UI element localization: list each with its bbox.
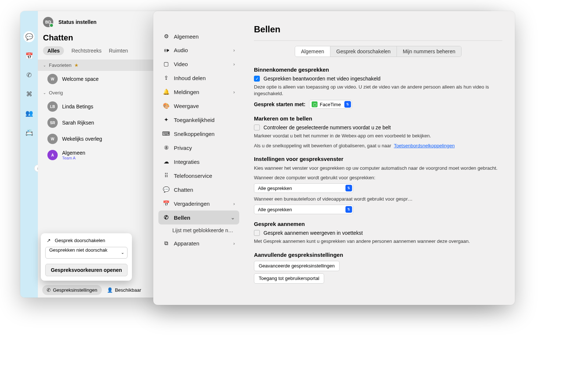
settings-nav-audio[interactable]: 🕪Audio› — [158, 43, 239, 57]
chat-item-label: Sarah Rijksen — [62, 120, 94, 126]
forward-select[interactable]: Gesprekken niet doorschak ⌄ — [45, 247, 128, 259]
phone-settings-icon: ✆ — [47, 287, 51, 293]
chevron-right-icon: › — [233, 61, 235, 67]
chat-item-sarah[interactable]: SR Sarah Rijksen — [38, 115, 153, 131]
availability-button[interactable]: 👤 Beschikbaar — [107, 287, 141, 293]
settings-nav-share[interactable]: ⇪Inhoud delen — [158, 71, 239, 85]
settings-nav-appearance[interactable]: 🎨Weergave — [158, 99, 239, 113]
settings-nav-blocked-list[interactable]: Lijst met geblokkeerde num… — [158, 224, 239, 236]
settings-nav-label: Privacy — [174, 145, 192, 151]
chevron-right-icon: › — [233, 241, 235, 246]
settings-nav-accessibility[interactable]: ✦Toegankelijkheid — [158, 113, 239, 127]
btn-user-portal[interactable]: Toegang tot gebruikersportal — [254, 273, 324, 284]
settings-nav-shortcuts[interactable]: ⌨Snelkoppelingen — [158, 127, 239, 141]
settings-nav-chat[interactable]: 💬Chatten — [158, 183, 239, 197]
tab-rooms[interactable]: Ruimten — [109, 48, 128, 54]
settings-nav-general[interactable]: ⚙︎Algemeen — [158, 29, 239, 43]
segmented-control: Algemeen Gesprek doorschakelen Mijn numm… — [295, 46, 462, 57]
user-avatar[interactable]: BD — [43, 17, 53, 27]
divider — [254, 40, 502, 41]
settings-nav-label: Weergave — [174, 103, 199, 109]
heading-incoming: Binnenkomende gesprekken — [254, 66, 502, 73]
desc-window: Kies wanneer het venster voor gesprekken… — [254, 165, 502, 172]
settings-nav-label: Meldingen — [174, 89, 199, 95]
heading-mark: Markeren om te bellen — [254, 115, 502, 122]
chevron-right-icon: › — [233, 47, 235, 53]
chat-item-algemeen[interactable]: A Algemeen Team A — [38, 147, 153, 163]
keyboard-icon: ⌨ — [163, 130, 169, 137]
facetime-icon: ▢ — [312, 101, 318, 107]
cloud-icon: ☁ — [163, 158, 169, 165]
seg-numbers[interactable]: Mijn nummers beheren — [397, 46, 461, 57]
btn-advanced-call-settings[interactable]: Geavanceerde gespreksinstellingen — [254, 261, 340, 271]
tab-all[interactable]: Alles — [43, 46, 64, 55]
select-arrow-icon: ⇅ — [345, 185, 352, 191]
desc-mark: Markeer voordat u belt het nummer in de … — [254, 133, 502, 139]
checkbox-answer-with-video[interactable]: ✓ — [254, 76, 260, 82]
shortcut-pretext: Als u de snelkoppeling wilt bewerken of … — [254, 143, 391, 148]
section-other-label: Overig — [49, 90, 63, 96]
section-other[interactable]: ⌄ Overig — [38, 87, 153, 98]
phone-icon: ✆ — [163, 214, 169, 221]
select-value: Alle gesprekken — [258, 207, 345, 212]
nav-rail: 💬 📅 ✆ ⌘ 👥 📇 › — [20, 11, 38, 298]
avatar: LB — [47, 101, 58, 112]
chat-item-welcome[interactable]: W Welcome space — [38, 71, 153, 87]
settings-nav-label: Video — [174, 61, 188, 67]
checkbox-verify-numbers[interactable] — [254, 125, 260, 130]
heading-extra: Aanvullende gespreksinstellingen — [254, 252, 502, 258]
chat-item-linda[interactable]: LB Linda Betings — [38, 98, 153, 115]
rail-chat-icon[interactable]: 💬 — [24, 31, 35, 42]
settings-nav-devices[interactable]: ⧉Apparaten› — [158, 236, 239, 250]
chat-tabs: Alles Rechtstreeks Ruimten — [38, 46, 153, 60]
settings-nav-video[interactable]: ▢Video› — [158, 57, 239, 71]
desc-incoming: Deze optie is alleen van toepassing op u… — [254, 84, 502, 97]
settings-nav-integrations[interactable]: ☁Integraties — [158, 155, 239, 169]
select-deskphone-calls[interactable]: Alle gesprekken ⇅ — [254, 205, 353, 214]
settings-nav-meetings[interactable]: 📅Vergaderingen› — [158, 197, 239, 211]
seg-forward[interactable]: Gesprek doorschakelen — [330, 46, 397, 57]
avatar: W — [47, 134, 58, 144]
call-settings-label: Gespreksinstellingen — [53, 287, 97, 293]
section-favorites[interactable]: ⌄ Favorieten ★ — [38, 60, 153, 71]
rail-calendar-icon[interactable]: 📅 — [24, 50, 35, 61]
chevron-down-icon: ⌄ — [231, 215, 235, 220]
chat-title: Chatten — [38, 33, 153, 46]
start-with-select[interactable]: ▢FaceTime ⇅ — [309, 100, 352, 109]
settings-nav-label: Apparaten — [174, 240, 199, 247]
dialpad-icon: ⠿ — [163, 172, 169, 179]
select-computer-calls[interactable]: Alle gesprekken ⇅ — [254, 183, 353, 193]
chat-item-weekly[interactable]: W Wekelijks overleg — [38, 131, 153, 147]
settings-nav-label: Chatten — [174, 187, 193, 193]
seg-general[interactable]: Algemeen — [295, 46, 330, 57]
checkbox-label: Gesprekken beantwoorden met video ingesc… — [263, 76, 380, 82]
open-call-prefs-button[interactable]: Gespreksvoorkeuren openen — [45, 264, 128, 276]
devices-icon: ⧉ — [163, 240, 169, 247]
avatar: A — [47, 150, 58, 160]
rail-teams-icon[interactable]: 👥 — [24, 108, 35, 119]
settings-nav-phone-service[interactable]: ⠿Telefoonservice — [158, 169, 239, 183]
settings-nav-calling[interactable]: ✆Bellen⌄ — [158, 211, 239, 224]
checkbox-show-pickup[interactable] — [254, 230, 260, 236]
call-settings-button[interactable]: ✆ Gespreksinstellingen — [42, 285, 102, 295]
settings-nav: ⚙︎Algemeen 🕪Audio› ▢Video› ⇪Inhoud delen… — [153, 11, 244, 305]
settings-nav-privacy[interactable]: ⑧Privacy — [158, 141, 239, 155]
chat-header: BD Status instellen — [38, 11, 153, 33]
chat-item-sublabel: Team A — [62, 156, 85, 160]
rail-voicemail-icon[interactable]: ⌘ — [24, 89, 35, 100]
start-with-label: Gesprek starten met: — [254, 101, 305, 107]
settings-nav-notifications[interactable]: 🔔Meldingen› — [158, 85, 239, 99]
heading-window: Instellingen voor gespreksvenster — [254, 156, 502, 162]
status-set-button[interactable]: Status instellen — [58, 19, 96, 25]
chevron-down-icon: ⌄ — [121, 250, 124, 255]
chat-item-label: Algemeen — [62, 150, 85, 156]
select-arrow-icon: ⇅ — [344, 101, 351, 108]
link-keyboard-shortcuts[interactable]: Toetsenbordsnelkoppelingen — [394, 143, 455, 148]
rail-contacts-icon[interactable]: 📇 — [24, 127, 35, 138]
settings-nav-label: Toegankelijkheid — [174, 117, 215, 123]
tab-direct[interactable]: Rechtstreeks — [71, 48, 101, 54]
video-icon: ▢ — [163, 61, 169, 67]
rail-calls-icon[interactable]: ✆ — [24, 69, 35, 80]
availability-label: Beschikbaar — [115, 287, 141, 293]
star-icon: ★ — [74, 62, 79, 68]
